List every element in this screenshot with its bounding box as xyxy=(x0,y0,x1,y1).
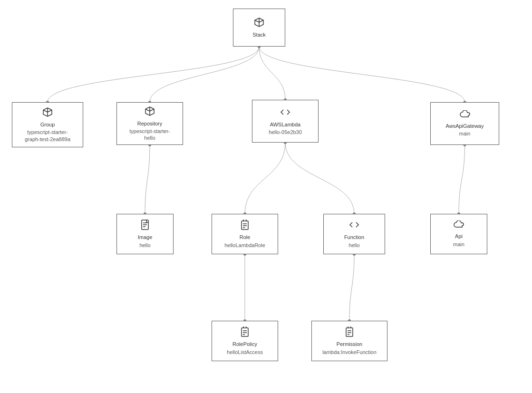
node-api[interactable]: Apimain xyxy=(430,214,487,254)
node-awslambda[interactable]: AWSLambdahello-05e2b30 xyxy=(252,100,319,143)
api-icon xyxy=(454,220,464,231)
node-group[interactable]: Grouptypescript-starter- graph-test-2ea8… xyxy=(12,102,83,147)
awslambda-type: AWSLambda xyxy=(270,121,300,128)
role-type: Role xyxy=(240,234,251,240)
node-stack[interactable]: Stack xyxy=(233,9,285,47)
stack-icon xyxy=(254,17,264,29)
function-icon xyxy=(349,220,359,232)
awslambda-name: hello-05e2b30 xyxy=(269,129,302,135)
function-type: Function xyxy=(344,234,364,240)
image-type: Image xyxy=(138,234,153,240)
rolepolicy-type: RolePolicy xyxy=(232,341,257,347)
api-name: main xyxy=(453,241,464,248)
stack-type: Stack xyxy=(252,31,266,38)
node-role[interactable]: RolehelloLambdaRole xyxy=(212,214,278,254)
function-name: hello xyxy=(348,242,359,249)
permission-type: Permission xyxy=(337,341,362,347)
image-icon xyxy=(141,220,149,232)
rolepolicy-icon xyxy=(240,326,250,339)
api-type: Api xyxy=(455,233,463,240)
node-function[interactable]: Functionhello xyxy=(323,214,385,254)
repository-icon xyxy=(145,106,155,118)
svg-rect-22 xyxy=(242,328,248,336)
node-image[interactable]: Imagehello xyxy=(116,214,174,254)
svg-rect-23 xyxy=(346,328,353,336)
svg-rect-21 xyxy=(242,221,248,230)
awslambda-icon xyxy=(280,107,290,119)
awsapigateway-name: main xyxy=(459,130,471,137)
image-name: hello xyxy=(139,242,150,249)
role-name: helloLambdaRole xyxy=(224,242,265,249)
rolepolicy-name: helloListAccess xyxy=(227,349,263,355)
group-icon xyxy=(42,107,53,119)
node-permission[interactable]: Permissionlambda:InvokeFunction xyxy=(311,321,387,361)
node-repository[interactable]: Repositorytypescript-starter- hello xyxy=(116,102,183,145)
group-name: typescript-starter- graph-test-2ea889a xyxy=(25,129,70,143)
group-type: Group xyxy=(40,121,55,128)
diagram-container: Stack Grouptypescript-starter- graph-tes… xyxy=(0,0,532,393)
node-rolepolicy[interactable]: RolePolicyhelloListAccess xyxy=(212,321,278,361)
awsapigateway-icon xyxy=(460,110,470,121)
permission-icon xyxy=(345,326,354,339)
awsapigateway-type: AwsApiGateway xyxy=(446,123,484,129)
node-awsapigateway[interactable]: AwsApiGatewaymain xyxy=(430,102,499,145)
repository-name: typescript-starter- hello xyxy=(129,128,170,142)
role-icon xyxy=(240,220,250,232)
permission-name: lambda:InvokeFunction xyxy=(322,349,377,355)
repository-type: Repository xyxy=(137,120,163,127)
